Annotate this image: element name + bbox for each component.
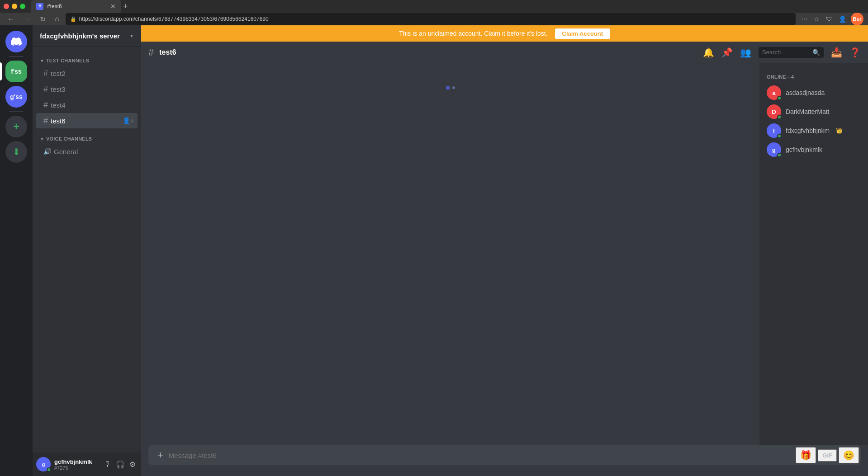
channel-item-test3[interactable]: # test3 [36,81,138,97]
channel-header-name: test6 [159,48,176,57]
server-divider [9,56,24,57]
channel-item-test6[interactable]: # test6 👤+ [36,113,138,128]
add-member-icon[interactable]: 👤+ [123,117,134,124]
search-icon: 🔍 [812,49,820,56]
reload-button[interactable]: ↻ [37,14,48,24]
member-status-gcfhvbjnkmlk [777,153,782,157]
members-icon[interactable]: 👥 [740,47,751,58]
settings-button[interactable]: ⚙ [128,458,138,471]
address-bar[interactable]: 🔒 https://discordapp.com/channels/676877… [66,13,796,25]
input-actions: 🎁 GIF 😊 [796,447,859,463]
gif-button[interactable]: GIF [818,449,837,462]
channel-header-hash-icon: # [148,47,154,58]
discord-home-button[interactable] [5,31,27,52]
member-item-fdxcgfvhbhjnkm[interactable]: f fdxcgfvhbhjnkm 👑 [763,121,864,140]
online-members-header: ONLINE—4 [763,71,864,81]
discord-app: f'ss g'ss + ⬇ fdxcgfvhbhjnkm's server ▼ … [0,25,868,476]
profile-avatar[interactable]: Bur [851,13,863,25]
close-traffic-light[interactable] [4,4,9,9]
members-sidebar: ONLINE—4 a asdasdjnasda D DarkMatterMatt [759,63,868,445]
add-server-button[interactable]: + [5,116,27,137]
member-status-darkmattermatt [777,115,782,119]
help-icon[interactable]: ❓ [849,47,861,58]
crown-icon: 👑 [836,127,843,134]
member-avatar-fdxcgfvhbhjnkm: f [767,123,781,138]
minimize-traffic-light[interactable] [12,4,17,9]
extensions-button[interactable]: ⋯ [799,14,809,24]
loading-dot-2 [452,86,455,89]
gift-icon[interactable]: 🎁 [796,447,816,463]
channel-hash-icon: # [43,69,48,78]
channel-item-test4[interactable]: # test4 [36,97,138,113]
content-row: ONLINE—4 a asdasdjnasda D DarkMatterMatt [141,63,868,445]
chat-area [141,63,759,445]
notification-bell-icon[interactable]: 🔔 [703,47,714,58]
shield-icon[interactable]: 🛡 [824,14,834,24]
emoji-button[interactable]: 😊 [839,447,859,463]
tab-favicon: # [36,3,43,10]
current-user-avatar: g [36,457,51,471]
loading-indicator [446,86,455,90]
url-text: https://discordapp.com/channels/67687743… [79,16,269,22]
inbox-icon[interactable]: 📥 [831,47,842,58]
back-button[interactable]: ← [5,14,17,24]
server-icon-fss[interactable]: f'ss [5,61,27,82]
member-avatar-asdasdjnasda: a [767,85,781,100]
server-name: fdxcgfvhbhjnkm's server [40,32,120,40]
add-message-button[interactable]: + [156,448,165,463]
server-name-header[interactable]: fdxcgfvhbhjnkm's server ▼ [33,25,141,47]
server-divider-2 [9,111,24,112]
channel-item-test2[interactable]: # test2 [36,66,138,81]
text-section-chevron: ▼ [40,58,44,63]
voice-section-label: VOICE CHANNELS [46,136,92,141]
member-name-gcfhvbjnkmlk: gcfhvbjnkmlk [786,146,822,153]
maximize-traffic-light[interactable] [20,4,25,9]
server-initials-fss: f'ss [11,68,22,75]
browser-bar: ← → ↻ ⌂ 🔒 https://discordapp.com/channel… [0,13,868,25]
main-content: This is an unclaimed account. Claim it b… [141,25,868,476]
current-username: gcfhvbjnkmlk [54,458,99,465]
channel-hash-icon: # [43,100,48,110]
channel-header: # test6 🔔 📌 👥 Search 🔍 📥 ❓ [141,42,868,63]
home-button[interactable]: ⌂ [52,14,62,24]
message-input-area: + 🎁 GIF 😊 [141,445,868,476]
account-button[interactable]: 👤 [837,14,848,24]
user-avatar-initial: g [42,462,45,467]
bookmark-button[interactable]: ☆ [812,14,821,24]
member-avatar-darkmattermatt: D [767,104,781,119]
member-name-darkmattermatt: DarkMatterMatt [786,108,829,115]
user-status-indicator [47,467,51,472]
forward-button[interactable]: → [21,14,33,24]
message-input[interactable] [165,447,796,464]
search-placeholder: Search [762,49,781,56]
search-bar[interactable]: Search 🔍 [759,47,824,58]
member-item-asdasdjnasda[interactable]: a asdasdjnasda [763,83,864,102]
channel-item-general-voice[interactable]: 🔊 General [36,144,138,159]
traffic-lights [4,4,25,9]
voice-section-chevron: ▼ [40,137,44,141]
active-browser-tab[interactable]: # #test6 ✕ [31,0,121,13]
mute-button[interactable]: 🎙 [102,458,113,471]
text-section-label: TEXT CHANNELS [46,58,89,63]
deafen-button[interactable]: 🎧 [114,458,127,471]
user-actions: 🎙 🎧 ⚙ [102,458,138,471]
member-item-gcfhvbjnkmlk[interactable]: g gcfhvbjnkmlk [763,140,864,159]
voice-channels-header[interactable]: ▼ VOICE CHANNELS [33,129,141,143]
member-name-asdasdjnasda: asdasdjnasda [786,89,825,96]
member-status-fdxcgfvhbhjnkm [777,134,782,138]
voice-channel-name-general: General [54,148,78,156]
download-button[interactable]: ⬇ [5,141,27,163]
server-dropdown-icon: ▼ [129,33,134,38]
pin-icon[interactable]: 📌 [721,47,733,58]
current-user-discriminator: #7275 [54,465,99,471]
tab-close-button[interactable]: ✕ [110,3,116,10]
server-icon-gss[interactable]: g'ss [5,86,27,108]
new-tab-button[interactable]: + [123,2,128,11]
claim-account-button[interactable]: Claim Account [555,28,611,39]
member-item-darkmattermatt[interactable]: D DarkMatterMatt [763,102,864,121]
channel-hash-icon: # [43,85,48,94]
channel-hash-icon: # [43,116,48,126]
browser-actions: ⋯ ☆ 🛡 👤 Bur [799,13,863,25]
text-channels-header[interactable]: ▼ TEXT CHANNELS [33,51,141,65]
channel-sidebar: fdxcgfvhbhjnkm's server ▼ ▼ TEXT CHANNEL… [33,25,141,476]
